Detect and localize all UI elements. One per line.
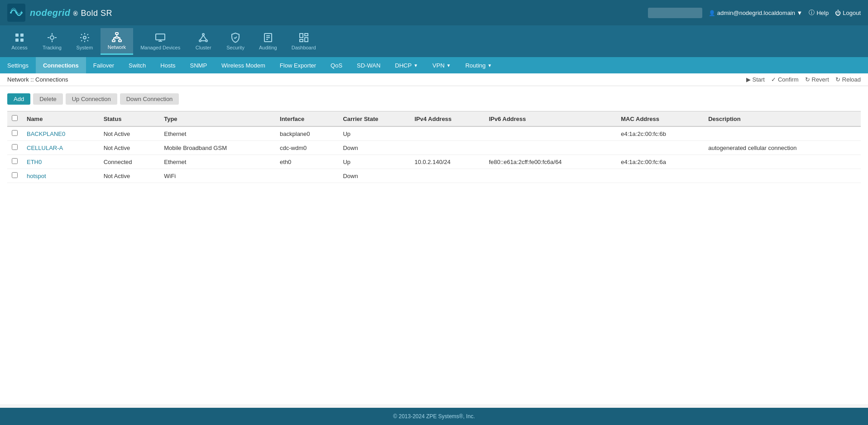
subnav-connections[interactable]: Connections <box>36 57 86 73</box>
subnav-vpn[interactable]: VPN ▼ <box>425 57 458 73</box>
help-link[interactable]: ⓘ Help <box>809 9 829 17</box>
subnav-sd-wan[interactable]: SD-WAN <box>350 57 388 73</box>
user-menu[interactable]: 👤 admin@nodegrid.localdomain ▼ <box>709 10 802 16</box>
brand-logo-icon <box>7 4 25 22</box>
cell-ipv6 <box>484 126 617 141</box>
revert-button[interactable]: ↻ Revert <box>805 76 829 83</box>
table-row: CELLULAR-A Not Active Mobile Broadband G… <box>7 141 861 155</box>
cell-type: WiFi <box>159 169 275 183</box>
vpn-dropdown-icon: ▼ <box>446 63 451 68</box>
subnav-dhcp[interactable]: DHCP ▼ <box>388 57 425 73</box>
connection-name-link[interactable]: ETH0 <box>27 159 42 165</box>
reload-button[interactable]: ↻ Reload <box>835 76 861 83</box>
col-ipv6: IPv6 Address <box>484 111 617 127</box>
sidebar-item-network[interactable]: Network <box>101 28 133 55</box>
main-content: Add Delete Up Connection Down Connection… <box>0 86 868 404</box>
col-interface: Interface <box>275 111 338 127</box>
connection-name-link[interactable]: CELLULAR-A <box>27 145 63 151</box>
sidebar-item-managed-devices[interactable]: Managed Devices <box>133 29 187 54</box>
dashboard-icon <box>298 32 309 43</box>
svg-rect-7 <box>20 39 24 42</box>
cell-ipv6 <box>484 169 617 183</box>
up-connection-button[interactable]: Up Connection <box>66 93 117 105</box>
subnav-settings[interactable]: Settings <box>0 57 36 73</box>
sidebar-item-system[interactable]: System <box>69 29 101 54</box>
delete-button[interactable]: Delete <box>33 93 63 105</box>
cell-ipv4 <box>410 126 484 141</box>
cell-status: Not Active <box>99 169 160 183</box>
svg-line-23 <box>235 37 237 39</box>
confirm-button[interactable]: ✓ Confirm <box>771 76 799 83</box>
sidebar-item-dashboard[interactable]: Dashboard <box>284 29 323 54</box>
sidebar-item-cluster[interactable]: Cluster <box>187 29 219 54</box>
cell-type: Mobile Broadband GSM <box>159 141 275 155</box>
top-right: 👤 admin@nodegrid.localdomain ▼ ⓘ Help ⏻ … <box>648 8 861 18</box>
sub-nav: Settings Connections Failover Switch Hos… <box>0 57 868 73</box>
cell-status: Not Active <box>99 126 160 141</box>
cell-name: BACKPLANE0 <box>22 126 99 141</box>
cell-description <box>704 126 861 141</box>
icon-nav: Access Tracking System Network Managed D… <box>0 25 868 57</box>
svg-point-18 <box>206 40 207 42</box>
subnav-failover[interactable]: Failover <box>86 57 121 73</box>
dhcp-dropdown-icon: ▼ <box>413 63 418 68</box>
row-checkbox-cell[interactable] <box>7 141 22 155</box>
svg-rect-15 <box>156 34 165 40</box>
subnav-switch[interactable]: Switch <box>121 57 153 73</box>
top-navbar: nodegrid ® Bold SR 👤 admin@nodegrid.loca… <box>0 0 868 25</box>
col-carrier-state: Carrier State <box>338 111 410 127</box>
svg-point-3 <box>21 12 23 14</box>
subnav-snmp[interactable]: SNMP <box>183 57 215 73</box>
help-icon: ⓘ <box>809 9 815 17</box>
select-all-checkbox[interactable] <box>12 115 18 121</box>
row-checkbox[interactable] <box>12 144 18 150</box>
sidebar-item-security[interactable]: Security <box>219 29 252 54</box>
cell-interface: backplane0 <box>275 126 338 141</box>
connections-table: Name Status Type Interface Carrier State… <box>7 111 861 183</box>
network-icon <box>111 32 122 43</box>
subnav-routing[interactable]: Routing ▼ <box>458 57 499 73</box>
sidebar-item-access[interactable]: Access <box>4 29 35 54</box>
cell-mac: e4:1a:2c:00:fc:6a <box>616 155 704 169</box>
action-buttons: Add Delete Up Connection Down Connection <box>7 93 861 105</box>
select-all-header[interactable] <box>7 111 22 127</box>
svg-rect-6 <box>15 39 19 42</box>
subnav-wireless-modem[interactable]: Wireless Modem <box>214 57 273 73</box>
svg-point-1 <box>10 12 12 14</box>
routing-dropdown-icon: ▼ <box>488 63 492 68</box>
connection-name-link[interactable]: BACKPLANE0 <box>27 130 65 137</box>
cell-ipv6: fe80::e61a:2cff:fe00:fc6a/64 <box>484 155 617 169</box>
subnav-qos[interactable]: QoS <box>323 57 350 73</box>
row-checkbox-cell[interactable] <box>7 126 22 141</box>
row-checkbox[interactable] <box>12 158 18 164</box>
sidebar-item-auditing[interactable]: Auditing <box>252 29 284 54</box>
subnav-hosts[interactable]: Hosts <box>153 57 182 73</box>
start-button[interactable]: ▶ Start <box>746 76 765 83</box>
access-icon <box>14 32 25 43</box>
row-checkbox-cell[interactable] <box>7 155 22 169</box>
logout-link[interactable]: ⏻ Logout <box>835 10 861 16</box>
row-checkbox[interactable] <box>12 130 18 136</box>
cell-interface: eth0 <box>275 155 338 169</box>
col-name: Name <box>22 111 99 127</box>
revert-icon: ↻ <box>805 76 810 83</box>
connection-name-link[interactable]: hotspot <box>27 173 46 179</box>
svg-rect-28 <box>300 34 303 38</box>
reload-icon: ↻ <box>835 76 840 83</box>
cell-carrier-state: Up <box>338 126 410 141</box>
down-connection-button[interactable]: Down Connection <box>120 93 179 105</box>
search-input[interactable] <box>648 8 702 18</box>
svg-point-16 <box>202 34 204 35</box>
svg-line-19 <box>200 35 203 40</box>
add-button[interactable]: Add <box>7 93 30 105</box>
svg-rect-31 <box>300 39 303 42</box>
system-icon <box>79 32 90 43</box>
cell-ipv4 <box>410 169 484 183</box>
sidebar-item-tracking[interactable]: Tracking <box>35 29 69 54</box>
row-checkbox-cell[interactable] <box>7 169 22 183</box>
svg-point-17 <box>199 40 201 42</box>
row-checkbox[interactable] <box>12 172 18 178</box>
subnav-flow-exporter[interactable]: Flow Exporter <box>273 57 323 73</box>
cell-description <box>704 169 861 183</box>
cell-status: Connected <box>99 155 160 169</box>
